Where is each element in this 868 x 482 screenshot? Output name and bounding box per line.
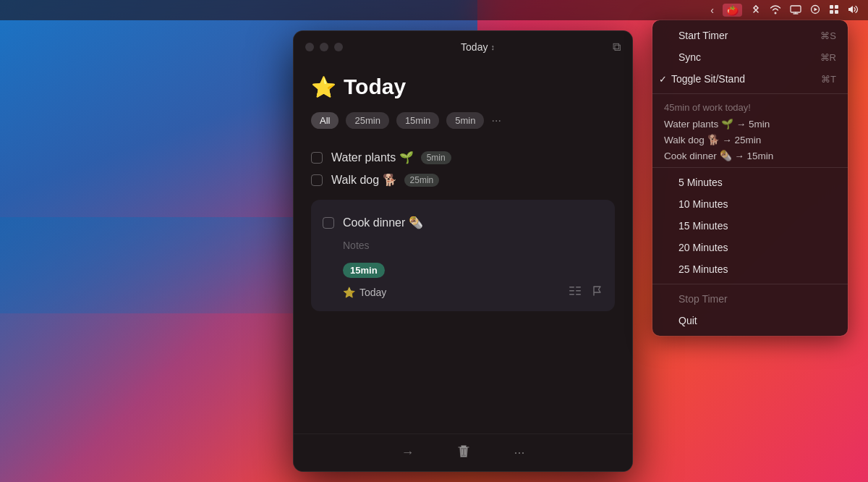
menu-item-20min-left: 20 Minutes <box>664 242 728 253</box>
task-list-icon[interactable] <box>569 285 582 300</box>
task-card-actions <box>569 285 603 300</box>
chevron-left-icon[interactable]: ‹ <box>710 4 714 16</box>
task-card-cook-dinner: Cook dinner 🌯 Notes 15min ⭐ Today <box>311 200 615 311</box>
menu-label-quit: Quit <box>678 315 697 326</box>
play-icon[interactable] <box>810 4 820 17</box>
menu-shortcut-toggle: ⌘T <box>821 74 836 85</box>
svg-rect-5 <box>830 10 833 14</box>
menu-item-quit-left: Quit <box>664 315 697 326</box>
page-title-row: ⭐ Today <box>311 75 615 99</box>
menu-label-start-timer: Start Timer <box>678 30 728 41</box>
task-today-label: ⭐ Today <box>343 287 386 298</box>
svg-marker-2 <box>814 7 818 11</box>
menu-item-10min-left: 10 Minutes <box>664 198 728 210</box>
menu-item-start-timer[interactable]: Start Timer ⌘S <box>652 25 848 46</box>
menu-item-sync-left: Sync <box>664 51 701 63</box>
menu-bar: ‹ 🍅 <box>0 0 868 20</box>
menu-separator-3 <box>652 284 848 284</box>
menu-item-10min[interactable]: 10 Minutes <box>652 193 848 215</box>
window-content: ⭐ Today All 25min 15min 5min ··· Water p… <box>294 63 632 323</box>
page-title-emoji: ⭐ <box>311 75 336 99</box>
filter-row: All 25min 15min 5min ··· <box>311 112 615 129</box>
menu-separator-1 <box>652 93 848 94</box>
menu-item-start-timer-left: Start Timer <box>664 30 728 41</box>
menu-shortcut-start-timer: ⌘S <box>820 30 836 41</box>
menu-summary-water-plants: Water plants 🌱 → 5min <box>652 116 848 132</box>
today-text: Today <box>359 287 386 298</box>
menu-item-toggle-left: ✓ Toggle Sit/Stand <box>657 73 745 85</box>
filter-more-button[interactable]: ··· <box>491 114 501 127</box>
menu-item-25min[interactable]: 25 Minutes <box>652 258 848 280</box>
window-titlebar: Today ↕ ⧉ <box>294 31 632 63</box>
menu-summary-walk-dog: Walk dog 🐕 → 25min <box>652 132 848 148</box>
menu-label-toggle: Toggle Sit/Stand <box>671 73 745 85</box>
page-title: Today <box>344 75 406 99</box>
bottom-arrow-icon[interactable]: → <box>401 445 414 460</box>
menu-item-sync[interactable]: Sync ⌘R <box>652 46 848 68</box>
svg-rect-6 <box>835 10 838 14</box>
app-window: Today ↕ ⧉ ⭐ Today All 25min 15min 5min ·… <box>293 30 633 472</box>
menu-item-15min[interactable]: 15 Minutes <box>652 215 848 237</box>
menu-label-15min: 15 Minutes <box>678 220 728 232</box>
menu-item-stop-timer[interactable]: Stop Timer <box>652 288 848 310</box>
grid-icon[interactable] <box>829 4 839 17</box>
task-time-badge: 15min <box>343 263 385 278</box>
menu-shortcut-sync: ⌘R <box>820 52 836 63</box>
svg-rect-4 <box>835 5 838 9</box>
task-badge-walk-dog: 25min <box>404 174 440 187</box>
bluetooth-icon[interactable] <box>751 4 761 17</box>
svg-rect-8 <box>569 290 574 292</box>
menu-item-5min[interactable]: 5 Minutes <box>652 172 848 193</box>
task-label-walk-dog: Walk dog 🐕 25min <box>331 173 439 187</box>
menu-label-25min: 25 Minutes <box>678 263 728 275</box>
window-minimize-btn[interactable] <box>320 43 328 51</box>
filter-5min[interactable]: 5min <box>446 112 484 129</box>
task-checkbox-cook-dinner[interactable] <box>323 217 334 229</box>
menu-item-5min-left: 5 Minutes <box>664 177 723 188</box>
window-maximize-btn[interactable] <box>334 43 343 51</box>
svg-rect-11 <box>576 290 581 292</box>
menu-summary-cook-dinner: Cook dinner 🌯 → 15min <box>652 148 848 164</box>
task-item-cook-dinner: Cook dinner 🌯 <box>323 211 603 234</box>
menu-label-5min: 5 Minutes <box>678 177 723 188</box>
menu-item-quit[interactable]: Quit <box>652 310 848 331</box>
svg-rect-9 <box>569 294 574 295</box>
window-title-arrow: ↕ <box>490 43 495 51</box>
svg-rect-0 <box>791 6 801 12</box>
window-copy-icon[interactable]: ⧉ <box>613 41 621 54</box>
task-today-row: ⭐ Today <box>343 285 603 300</box>
window-controls <box>305 43 343 51</box>
menu-label-stop-timer: Stop Timer <box>678 293 728 305</box>
menu-label-sync: Sync <box>678 51 701 63</box>
task-label-cook-dinner: Cook dinner 🌯 <box>343 216 423 229</box>
svg-rect-12 <box>576 294 581 295</box>
task-checkbox-water-plants[interactable] <box>311 152 323 164</box>
task-label-water-plants: Water plants 🌱 5min <box>331 151 451 164</box>
tomato-app-icon[interactable]: 🍅 <box>723 4 742 17</box>
menu-label-10min: 10 Minutes <box>678 198 728 210</box>
menu-item-20min[interactable]: 20 Minutes <box>652 237 848 258</box>
volume-icon[interactable] <box>848 4 859 17</box>
filter-all[interactable]: All <box>311 112 339 129</box>
task-notes: Notes <box>343 240 603 251</box>
wifi-icon[interactable] <box>770 4 781 17</box>
task-flag-icon[interactable] <box>592 285 603 300</box>
today-emoji: ⭐ <box>343 287 355 298</box>
display-icon[interactable] <box>790 4 801 17</box>
menu-bar-icons: ‹ 🍅 <box>710 4 859 17</box>
bottom-trash-icon[interactable] <box>457 444 470 462</box>
dropdown-menu: Start Timer ⌘S Sync ⌘R ✓ Toggle Sit/Stan… <box>652 20 848 336</box>
menu-item-25min-left: 25 Minutes <box>664 263 728 275</box>
bottom-dots-icon[interactable]: ··· <box>514 445 524 460</box>
svg-rect-3 <box>830 5 833 9</box>
window-close-btn[interactable] <box>305 43 314 51</box>
filter-15min[interactable]: 15min <box>396 112 439 129</box>
window-title[interactable]: Today ↕ <box>461 41 495 53</box>
menu-separator-2 <box>652 167 848 168</box>
svg-rect-7 <box>569 287 574 288</box>
menu-item-15min-left: 15 Minutes <box>664 220 728 232</box>
menu-item-toggle-sit-stand[interactable]: ✓ Toggle Sit/Stand ⌘T <box>652 68 848 90</box>
task-item-walk-dog: Walk dog 🐕 25min <box>311 169 615 191</box>
filter-25min[interactable]: 25min <box>346 112 388 129</box>
task-checkbox-walk-dog[interactable] <box>311 174 323 186</box>
